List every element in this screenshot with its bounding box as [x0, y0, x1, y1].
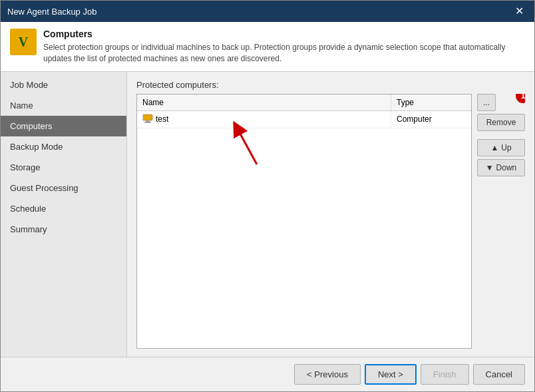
computers-table: Name Type test	[136, 94, 472, 349]
dialog-title: New Agent Backup Job	[7, 7, 96, 17]
sidebar-item-name[interactable]: Name	[1, 95, 126, 116]
up-button[interactable]: ▲ Up	[477, 139, 525, 156]
col-name: Name	[137, 95, 391, 110]
add-button[interactable]: ...	[477, 94, 496, 111]
up-down-group: ▲ Up ▼ Down	[477, 139, 525, 176]
title-bar: New Agent Backup Job ✕	[1, 1, 534, 22]
main-content: Job Mode Name Computers Backup Mode Stor…	[1, 72, 534, 357]
table-header: Name Type	[137, 95, 471, 111]
footer: < Previous Next > Finish Cancel	[1, 357, 534, 391]
svg-rect-0	[143, 114, 152, 120]
side-buttons: ... 1 Remove ▲ Up ▼ Down	[477, 94, 525, 349]
sidebar-item-storage[interactable]: Storage	[1, 157, 126, 178]
protected-computers-container: Name Type test	[136, 94, 525, 349]
previous-button[interactable]: < Previous	[294, 364, 361, 385]
computer-icon	[142, 114, 153, 125]
sidebar-item-computers[interactable]: Computers	[1, 116, 126, 136]
up-arrow-icon: ▲	[490, 143, 498, 152]
add-badge: 1	[516, 94, 525, 103]
cancel-button[interactable]: Cancel	[473, 364, 525, 385]
sidebar-item-job-mode[interactable]: Job Mode	[1, 75, 126, 95]
dialog: New Agent Backup Job ✕ Computers Select …	[0, 0, 535, 392]
sidebar-item-summary[interactable]: Summary	[1, 219, 126, 240]
next-button[interactable]: Next >	[365, 364, 417, 385]
finish-button[interactable]: Finish	[421, 364, 469, 385]
veeam-icon	[10, 29, 37, 55]
remove-button[interactable]: Remove	[477, 114, 525, 131]
table-row[interactable]: test Computer	[137, 111, 471, 128]
table-cell-name: test	[137, 111, 391, 128]
sidebar: Job Mode Name Computers Backup Mode Stor…	[1, 72, 127, 357]
col-type: Type	[391, 95, 471, 110]
header-icon	[10, 29, 37, 55]
svg-line-4	[237, 128, 257, 164]
header-section: Computers Select protection groups or in…	[1, 22, 534, 72]
header-text: Computers Select protection groups or in…	[43, 29, 525, 65]
close-button[interactable]: ✕	[511, 5, 528, 18]
table-cell-type: Computer	[391, 112, 471, 126]
svg-rect-2	[144, 122, 151, 123]
header-description: Select protection groups or individual m…	[43, 42, 525, 65]
content-area: Protected computers: Name Type	[127, 72, 534, 357]
sidebar-item-guest-processing[interactable]: Guest Processing	[1, 178, 126, 198]
down-arrow-icon: ▼	[486, 163, 494, 172]
section-label: Protected computers:	[136, 80, 525, 90]
sidebar-item-backup-mode[interactable]: Backup Mode	[1, 136, 126, 157]
svg-rect-1	[146, 120, 150, 122]
sidebar-item-schedule[interactable]: Schedule	[1, 198, 126, 219]
header-heading: Computers	[43, 29, 525, 39]
down-button[interactable]: ▼ Down	[477, 159, 525, 176]
